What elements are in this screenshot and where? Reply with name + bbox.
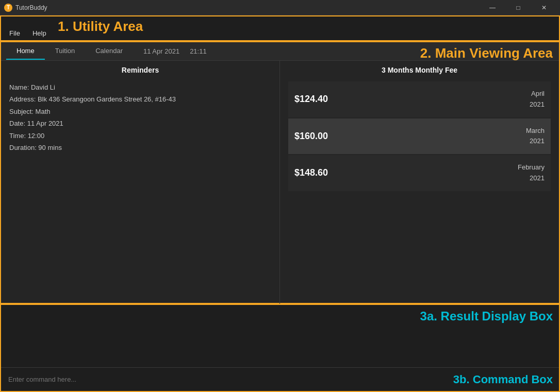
fee-amount-february: $148.60 [294, 167, 328, 178]
tab-tuition[interactable]: Tuition [45, 43, 86, 60]
utility-area-label: 1. Utility Area [58, 19, 143, 35]
fee-row-march: $160.00 March 2021 [288, 118, 551, 155]
tab-time: 21:11 [190, 47, 207, 55]
command-box-label: 3b. Command Box [453, 373, 553, 386]
reminder-date: Date: 11 Apr 2021 [9, 117, 271, 129]
file-menu[interactable]: File [3, 27, 26, 39]
result-display-label: 3a. Result Display Box [420, 309, 553, 323]
reminder-time: Time: 12:00 [9, 130, 271, 142]
fee-month-february: February [518, 162, 545, 173]
reminder-duration: Duration: 90 mins [9, 142, 271, 154]
result-display-box: 3a. Result Display Box [1, 305, 559, 367]
help-menu[interactable]: Help [26, 27, 53, 39]
fee-year-february: 2021 [518, 173, 545, 184]
fee-title: 3 Months Monthly Fee [288, 66, 551, 74]
reminders-content: Name: David Li Address: Blk 436 Serangoo… [9, 81, 271, 154]
main-wrapper: 2. Main Viewing Area Home Tuition Calend… [0, 41, 560, 392]
reminder-name: Name: David Li [9, 81, 271, 93]
bottom-section: 3a. Result Display Box 3b. Command Box [0, 304, 560, 392]
tab-date: 11 Apr 2021 [143, 47, 179, 55]
command-box-area: 3b. Command Box [1, 367, 559, 391]
title-bar-left: T TutorBuddy [4, 4, 47, 12]
reminder-address: Address: Blk 436 Serangoon Gardens Stree… [9, 93, 271, 105]
title-bar-title: TutorBuddy [15, 4, 47, 11]
fee-amount-march: $160.00 [294, 131, 328, 142]
fee-year-april: 2021 [530, 99, 545, 110]
reminders-title: Reminders [9, 66, 271, 74]
menu-bar: File Help [3, 27, 53, 39]
close-button[interactable]: ✕ [532, 0, 556, 15]
tab-datetime: 11 Apr 2021 21:11 [143, 47, 207, 55]
tab-home[interactable]: Home [6, 43, 45, 60]
fee-period-april: April 2021 [530, 89, 545, 110]
maximize-button[interactable]: □ [506, 0, 530, 15]
fee-year-march: 2021 [526, 136, 545, 147]
fee-period-march: March 2021 [526, 126, 545, 147]
app-icon: T [4, 4, 12, 12]
fee-row-february: $148.60 February 2021 [288, 155, 551, 191]
fee-panel: 3 Months Monthly Fee $124.40 April 2021 … [280, 61, 559, 305]
fee-period-february: February 2021 [518, 162, 545, 184]
content-area: Reminders Name: David Li Address: Blk 43… [1, 61, 559, 305]
minimize-button[interactable]: — [481, 0, 504, 15]
tab-calendar[interactable]: Calendar [85, 43, 133, 60]
utility-area: File Help 1. Utility Area [0, 15, 560, 41]
title-bar: T TutorBuddy — □ ✕ [0, 0, 560, 15]
fee-amount-april: $124.40 [294, 94, 328, 105]
reminders-panel: Reminders Name: David Li Address: Blk 43… [1, 61, 280, 305]
main-viewing-label: 2. Main Viewing Area [420, 45, 553, 61]
fee-row-april: $124.40 April 2021 [288, 81, 551, 117]
main-viewing-area: 2. Main Viewing Area Home Tuition Calend… [0, 41, 560, 304]
title-bar-controls: — □ ✕ [481, 0, 556, 15]
reminder-subject: Subject: Math [9, 106, 271, 117]
fee-month-march: March [526, 126, 545, 137]
fee-month-april: April [530, 89, 545, 99]
